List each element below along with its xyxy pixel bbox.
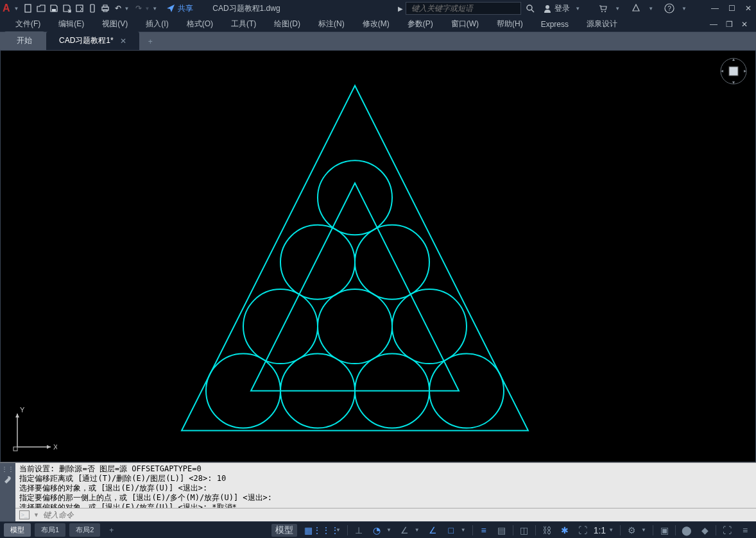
annotation-visibility-icon[interactable]: ✱ [558, 524, 572, 537]
layout-tab-model[interactable]: 模型 [4, 523, 31, 537]
model-space-button[interactable]: 模型 [271, 524, 297, 537]
menu-express[interactable]: Express [532, 17, 578, 31]
menu-dimension[interactable]: 标注(N) [309, 16, 354, 32]
app-icon[interactable] [630, 3, 642, 14]
ortho-icon[interactable]: ⊥ [352, 524, 366, 537]
undo-icon[interactable]: ↶ [112, 3, 124, 14]
layout-add-button[interactable]: + [104, 524, 119, 537]
command-input[interactable] [43, 510, 752, 519]
close-icon[interactable]: ✕ [743, 3, 753, 13]
clean-screen-icon[interactable]: ⛶ [720, 524, 734, 537]
redo-dropdown-icon[interactable]: ▼ [144, 6, 150, 12]
wrench-icon[interactable] [3, 475, 12, 484]
annotation-auto-icon[interactable]: ⛶ [576, 524, 590, 537]
mdi-close-icon[interactable]: ✕ [739, 19, 750, 29]
menubar: 文件(F) 编辑(E) 视图(V) 插入(I) 格式(O) 工具(T) 绘图(D… [0, 17, 756, 32]
user-icon [543, 4, 552, 13]
svg-point-18 [243, 289, 318, 364]
redo-icon[interactable]: ↷ [133, 3, 144, 14]
selection-cycle-icon[interactable]: ◫ [517, 524, 531, 537]
menu-view[interactable]: 视图(V) [93, 16, 137, 32]
search-input[interactable] [406, 2, 521, 15]
menu-window[interactable]: 窗口(W) [442, 16, 488, 32]
monitor-icon[interactable]: ▣ [657, 524, 671, 537]
osnap-dropdown-icon[interactable]: ▼ [461, 527, 466, 533]
menu-tools[interactable]: 工具(T) [222, 16, 265, 32]
web-icon[interactable] [74, 3, 85, 14]
cart-icon[interactable] [597, 3, 608, 14]
tab-active-label: CAD习题教程1* [59, 35, 114, 46]
history-arrow-icon[interactable]: ▼ [33, 512, 39, 518]
maximize-icon[interactable]: ☐ [726, 3, 737, 13]
open-icon[interactable] [35, 3, 47, 14]
menu-yuanquan[interactable]: 源泉设计 [578, 16, 626, 32]
tab-close-icon[interactable]: ✕ [120, 37, 126, 46]
layout-tab-1[interactable]: 布局1 [35, 523, 65, 537]
hardware-accel-icon[interactable]: ⬤ [680, 524, 694, 537]
lineweight-icon[interactable]: ≡ [477, 524, 491, 537]
snap-dropdown-icon[interactable]: ▼ [336, 527, 341, 533]
viewcube[interactable] [719, 57, 748, 85]
menu-format[interactable]: 格式(O) [178, 16, 222, 32]
osnap-track-icon[interactable]: ∠ [426, 524, 440, 537]
search-arrow-icon[interactable]: ▶ [398, 5, 403, 12]
menu-file[interactable]: 文件(F) [6, 16, 49, 32]
osnap-icon[interactable]: □ [444, 524, 458, 537]
snap-icon[interactable]: ⋮⋮⋮ [319, 524, 333, 537]
help-icon[interactable]: ? [664, 3, 675, 14]
print-icon[interactable] [99, 3, 111, 14]
menu-insert[interactable]: 插入(I) [137, 16, 177, 32]
command-handle[interactable]: ⋮⋮ [0, 463, 15, 521]
mdi-restore-icon[interactable]: ❐ [724, 19, 734, 29]
workspace-icon[interactable]: ⚙ [624, 524, 639, 537]
new-icon[interactable] [22, 3, 34, 14]
customize-icon[interactable]: ≡ [738, 524, 752, 537]
menu-help[interactable]: 帮助(H) [488, 16, 532, 32]
tab-start[interactable]: 开始 [4, 31, 45, 50]
menu-parametric[interactable]: 参数(P) [399, 16, 442, 32]
scale-dropdown-icon[interactable]: ▼ [608, 527, 614, 533]
search-icon[interactable] [524, 2, 537, 15]
save-icon[interactable] [48, 3, 60, 14]
window-controls: — ☐ ✕ [710, 3, 753, 13]
menu-edit[interactable]: 编辑(E) [49, 16, 93, 32]
command-history[interactable]: 当前设置: 删除源=否 图层=源 OFFSETGAPTYPE=0 指定偏移距离或… [15, 463, 756, 508]
statusbar: 模型 布局1 布局2 + 模型 ▦ ⋮⋮⋮ ▼ ⊥ ◔ ▼ ∠ ▼ ∠ □ ▼ … [0, 521, 756, 538]
iso-icon[interactable]: ∠ [398, 524, 412, 537]
saveas-icon[interactable] [61, 3, 73, 14]
logo-dropdown-icon[interactable]: ▼ [14, 6, 19, 12]
drawing-svg [1, 51, 755, 462]
isolate-icon[interactable]: ◆ [698, 524, 712, 537]
polar-icon[interactable]: ◔ [370, 524, 384, 537]
help-dropdown-icon[interactable]: ▼ [682, 6, 687, 12]
polar-dropdown-icon[interactable]: ▼ [386, 527, 391, 533]
share-button[interactable]: 共享 [161, 3, 198, 14]
workspace-dropdown-icon[interactable]: ▼ [641, 527, 646, 533]
svg-point-22 [355, 225, 429, 299]
menu-modify[interactable]: 修改(M) [354, 16, 399, 32]
tab-add-button[interactable]: + [141, 33, 160, 50]
svg-point-19 [318, 289, 392, 364]
mdi-minimize-icon[interactable]: — [709, 19, 719, 29]
tab-start-label: 开始 [17, 35, 32, 46]
app-dropdown-icon[interactable]: ▼ [648, 6, 653, 12]
qat-customize-icon[interactable]: ▼ [152, 6, 157, 12]
undo-dropdown-icon[interactable]: ▼ [124, 6, 129, 12]
layout-tab-2[interactable]: 布局2 [69, 523, 100, 537]
minimize-icon[interactable]: — [710, 3, 720, 13]
iso-dropdown-icon[interactable]: ▼ [415, 527, 420, 533]
tab-active-document[interactable]: CAD习题教程1* ✕ [46, 31, 139, 50]
command-window: ⋮⋮ 当前设置: 删除源=否 图层=源 OFFSETGAPTYPE=0 指定偏移… [0, 462, 756, 521]
grip-icon: ⋮⋮ [1, 466, 14, 473]
mobile-icon[interactable] [87, 3, 98, 14]
scale-label[interactable]: 1:1 [594, 524, 606, 537]
command-prompt-icon[interactable]: >_ [19, 510, 30, 519]
user-area[interactable]: 登录 ▼ [543, 3, 583, 14]
annotation-scale-icon[interactable]: ⛓ [540, 524, 554, 537]
share-label: 共享 [178, 3, 193, 14]
drawing-canvas[interactable]: X Y [0, 50, 756, 462]
transparency-icon[interactable]: ▤ [495, 524, 509, 537]
svg-text:Y: Y [20, 407, 25, 414]
menu-draw[interactable]: 绘图(D) [265, 16, 309, 32]
cart-dropdown-icon[interactable]: ▼ [615, 6, 620, 12]
